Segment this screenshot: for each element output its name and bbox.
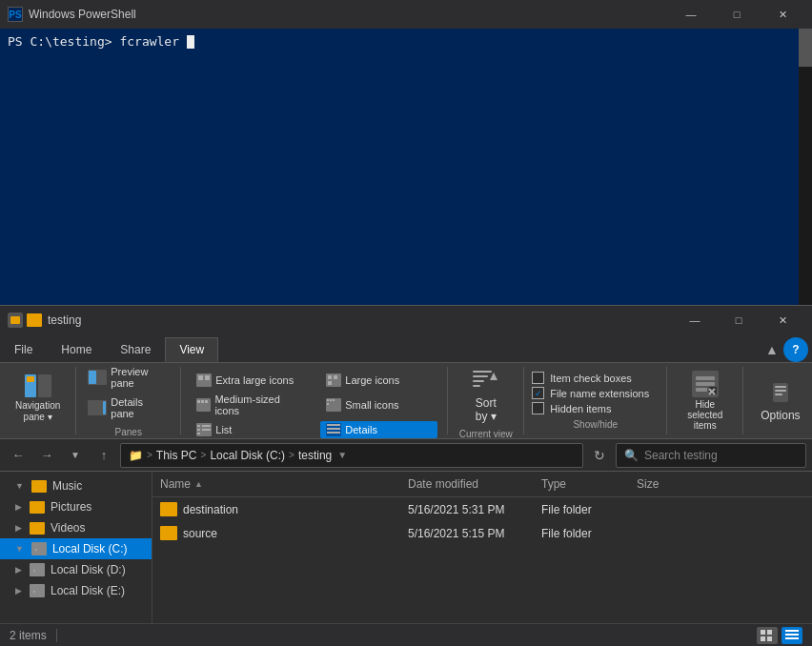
path-folder[interactable]: testing <box>298 449 332 462</box>
sidebar-local-c-label: Local Disk (C:) <box>52 542 128 555</box>
forward-button[interactable]: → <box>34 443 59 468</box>
sort-by-button[interactable]: Sortby ▾ <box>463 363 509 427</box>
svg-rect-23 <box>202 429 211 431</box>
sidebar-item-local-e[interactable]: ▶ Local Disk (E:) <box>0 580 152 601</box>
ps-scrollbar-thumb[interactable] <box>799 29 812 67</box>
sidebar-item-local-c[interactable]: ▼ Local Disk (C:) <box>0 538 152 559</box>
status-view-buttons <box>757 627 802 644</box>
file-extensions-row[interactable]: File name extensions <box>532 387 659 399</box>
address-path[interactable]: 📁 > This PC > Local Disk (C:) > testing … <box>120 443 583 468</box>
navigation-pane-button[interactable]: Navigationpane ▾ <box>10 371 66 425</box>
large-icons-view-btn[interactable] <box>757 627 778 644</box>
up-button[interactable]: ↑ <box>91 443 116 468</box>
ps-prompt: PS C:\testing> <box>8 34 112 49</box>
file-extensions-checkbox[interactable] <box>532 387 544 399</box>
large-icons-button[interactable]: Large icons <box>320 372 437 389</box>
search-box[interactable]: 🔍 Search testing <box>616 443 806 468</box>
ps-content[interactable]: PS C:\testing> fcrawler <box>0 29 812 305</box>
explorer-close-button[interactable]: ✕ <box>761 306 804 334</box>
list-row: List <box>185 420 314 439</box>
medium-icons-button[interactable]: Medium-sized icons <box>191 392 308 418</box>
svg-rect-24 <box>327 424 340 426</box>
svg-rect-53 <box>785 637 799 639</box>
search-placeholder: Search testing <box>644 449 718 462</box>
details-row: Details <box>315 420 443 439</box>
options-icon <box>765 379 796 409</box>
item-checkboxes-row[interactable]: Item check boxes <box>532 372 659 384</box>
file-name-cell-source: source <box>152 524 400 542</box>
item-checkboxes-checkbox[interactable] <box>532 372 544 384</box>
sidebar-pictures-label: Pictures <box>51 500 91 514</box>
ribbon-group-hide-selected: Hide selecteditems <box>667 367 743 434</box>
ps-maximize-button[interactable]: □ <box>715 0 759 29</box>
path-this-pc[interactable]: This PC <box>156 449 197 462</box>
medium-icons-row: Medium-sized icons <box>185 391 314 419</box>
sidebar-item-local-d[interactable]: ▶ Local Disk (D:) <box>0 559 152 580</box>
hidden-items-checkbox[interactable] <box>532 402 544 414</box>
ps-minimize-button[interactable]: — <box>669 0 713 29</box>
col-header-name[interactable]: Name ▲ <box>152 475 400 493</box>
list-button[interactable]: List <box>191 421 308 438</box>
explorer-maximize-button[interactable]: □ <box>717 306 761 334</box>
large-icons-label: Large icons <box>345 374 399 386</box>
sidebar-pictures-expand: ▶ <box>15 502 22 512</box>
extra-large-icons-button[interactable]: Extra large icons <box>191 372 308 389</box>
explorer-minimize-button[interactable]: — <box>673 306 717 334</box>
current-view-label: Current view <box>459 429 513 439</box>
back-button[interactable]: ← <box>6 443 30 468</box>
ps-close-button[interactable]: ✕ <box>761 0 804 29</box>
sidebar-item-music[interactable]: ▼ Music <box>0 475 152 496</box>
svg-rect-52 <box>785 634 799 636</box>
ribbon-group-panes: Preview pane Details pane Panes <box>76 367 181 434</box>
tab-view[interactable]: View <box>165 337 218 362</box>
preview-pane-button[interactable]: Preview pane <box>84 364 173 391</box>
col-header-size[interactable]: Size <box>629 475 705 493</box>
svg-rect-27 <box>473 371 492 373</box>
explorer-window: testing — □ ✕ File Home Share View ▲ ? N <box>0 305 812 646</box>
tab-file[interactable]: File <box>0 337 47 362</box>
details-pane-button[interactable]: Details pane <box>84 394 173 421</box>
ribbon-collapse-button[interactable]: ▲ <box>761 337 783 362</box>
explorer-titlebar: testing — □ ✕ <box>0 306 812 334</box>
svg-rect-2 <box>27 376 34 382</box>
col-header-type[interactable]: Type <box>534 475 629 493</box>
ribbon-content: Navigationpane ▾ Preview pane Details pa… <box>0 363 812 439</box>
extra-large-icons-row: Extra large icons <box>185 371 314 390</box>
hidden-items-row[interactable]: Hidden items <box>532 402 659 414</box>
table-row[interactable]: source 5/16/2021 5:15 PM File folder <box>152 521 812 545</box>
path-dropdown-arrow[interactable]: ▼ <box>337 450 347 460</box>
hide-selected-icon <box>692 371 719 397</box>
small-icons-label: Small icons <box>345 399 398 411</box>
navigation-pane-label: Navigationpane ▾ <box>15 400 60 423</box>
svg-rect-51 <box>785 630 799 632</box>
details-button[interactable]: Details <box>320 421 437 438</box>
details-view-btn[interactable] <box>782 627 802 644</box>
svg-rect-38 <box>775 386 786 388</box>
svg-rect-17 <box>333 399 335 401</box>
sidebar-item-pictures[interactable]: ▶ Pictures <box>0 496 152 517</box>
options-button[interactable]: Options <box>753 375 807 426</box>
hide-selected-button[interactable]: Hide selecteditems <box>677 367 733 434</box>
ps-scrollbar[interactable] <box>799 29 812 305</box>
sidebar-local-e-icon <box>30 584 45 597</box>
tab-home[interactable]: Home <box>47 337 106 362</box>
svg-rect-19 <box>197 425 200 427</box>
path-local-disk[interactable]: Local Disk (C:) <box>210 449 285 462</box>
sidebar-item-videos[interactable]: ▶ Videos <box>0 517 152 538</box>
col-header-date[interactable]: Date modified <box>400 475 534 493</box>
svg-rect-12 <box>197 400 200 403</box>
recent-locations-button[interactable]: ▼ <box>63 443 88 468</box>
ps-command: fcrawler <box>119 34 179 49</box>
sidebar-local-e-expand: ▶ <box>15 586 22 596</box>
small-icons-button[interactable]: Small icons <box>320 396 437 414</box>
extra-large-icons-icon <box>196 373 212 387</box>
table-row[interactable]: destination 5/16/2021 5:31 PM File folde… <box>152 497 812 521</box>
help-button[interactable]: ? <box>783 337 808 362</box>
sidebar-local-d-icon <box>30 563 45 576</box>
tab-share[interactable]: Share <box>106 337 165 362</box>
explorer-folder-icon <box>27 313 42 327</box>
refresh-button[interactable]: ↻ <box>587 443 612 468</box>
panes-group-label: Panes <box>84 427 173 437</box>
show-hide-label: Show/hide <box>532 419 659 430</box>
item-checkboxes-label: Item check boxes <box>550 373 632 384</box>
